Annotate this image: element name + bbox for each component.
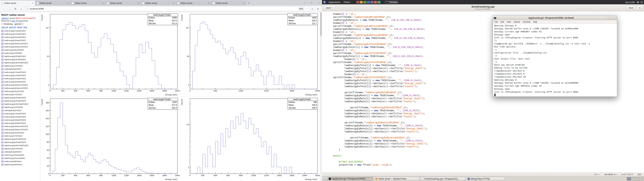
language-selector[interactable]: C++▾ xyxy=(594,173,600,176)
terminal-menu-terminal[interactable]: Terminal xyxy=(523,21,530,23)
tree-item[interactable]: highEnergyXYDSSD1 xyxy=(1,64,40,67)
taskbar-window-button[interactable]: Online server — Mozilla Firefox xyxy=(374,177,419,181)
tree-item[interactable]: highEnergyExEyPadDSSD2 xyxy=(1,102,40,106)
code-line[interactable]: lowEnergyExRate1s[i] = new TH1D(hname, "… xyxy=(333,139,644,142)
plot-pad-1[interactable]: lowEnergyExTotalD...Entries6068Mean510.0… xyxy=(40,12,180,96)
code-line[interactable]: sprintf(hname,"lowEnergyExRate1sDSSD%d",… xyxy=(333,136,644,139)
tree-item[interactable]: lowEnergyExRateDSSD2 xyxy=(1,77,40,80)
jsroot-link[interactable]: JSROOT xyxy=(1,17,9,19)
overflow-menu-button[interactable]: » xyxy=(310,7,314,11)
tab-close-icon[interactable]: × xyxy=(102,2,104,4)
tree-item[interactable]: lowEnergyChannelADC xyxy=(1,153,40,156)
tree-item[interactable]: lowEnergyEyTotalDSSD2 xyxy=(1,74,40,77)
stats-box[interactable]: lowEnergyEyTotalD...Entries396Mean740.6S… xyxy=(288,98,318,110)
workspace-3[interactable] xyxy=(635,177,639,180)
power-icon[interactable] xyxy=(641,1,643,3)
clock[interactable]: Sat 12:58 xyxy=(625,1,634,4)
tree-item[interactable]: lowEnergyExRate1sDSSD3 xyxy=(1,125,40,128)
tree-item[interactable]: xyMultiplicityDSSD3 xyxy=(1,150,40,153)
tree-item[interactable]: highEnergyEyPadDSSD3 xyxy=(1,140,40,144)
code-line[interactable]: lowEnergyEyRate[i]->GetYaxis()->SetTitle… xyxy=(333,100,644,103)
terminal-menu-help[interactable]: Help xyxy=(533,21,537,23)
places-menu[interactable]: Places xyxy=(342,0,352,4)
window-close-button[interactable]: × xyxy=(315,2,322,4)
save-button[interactable]: Save xyxy=(626,6,636,10)
code-line[interactable]: lowEnergyExRate[i]->GetXaxis()->SetTitle… xyxy=(333,112,644,115)
tree-item[interactable]: highEnergyEyPadDSSD2 xyxy=(1,99,40,102)
code-line[interactable]: sprintf(hname,"lowEnergyEyRate1sDSSD%d",… xyxy=(333,121,644,124)
tree-item[interactable]: lowEnergyExEyDSSD1 xyxy=(1,48,40,52)
browser-tab[interactable]: Online server× xyxy=(176,1,211,6)
tree-item[interactable]: lowEnergyExTotalDSSD1 xyxy=(1,29,40,32)
tab-close-icon[interactable]: × xyxy=(243,2,245,4)
tree-item[interactable]: highEnergyXYDSSD3 xyxy=(1,147,40,150)
workspace-4[interactable] xyxy=(639,177,643,180)
terminal-titlebar[interactable]: npg@carme-gsi:~/Programs/CARME_Sort/buil… xyxy=(493,16,617,20)
scrollbar-thumb[interactable] xyxy=(320,12,322,36)
tree-action-clear[interactable]: clear xyxy=(23,26,27,28)
app-launcher-icon[interactable] xyxy=(370,1,373,3)
tab-close-icon[interactable]: × xyxy=(67,2,69,4)
tree-item[interactable]: highEnergyExPadDSSD3 xyxy=(1,138,40,140)
tree-item[interactable]: lowEnergyEyRateDSSD3 xyxy=(1,122,40,125)
tree-item[interactable]: xyMultiplicityDSSD2 xyxy=(1,109,40,112)
terminal-menu-search[interactable]: Search xyxy=(514,21,520,23)
menu-button[interactable]: ≡ xyxy=(637,6,642,10)
app-launcher-icon[interactable] xyxy=(367,1,370,3)
browser-scrollbar[interactable] xyxy=(320,12,322,181)
xml-link[interactable]: xml xyxy=(19,20,22,22)
taskbar-window-button[interactable]: [Merge/Tape HTTPd] xyxy=(466,177,505,181)
code-line[interactable]: lowEnergyEyRate1s[i]->GetYaxis()->SetTit… xyxy=(333,130,644,133)
forward-button[interactable]: → xyxy=(8,7,12,11)
code-line[interactable] xyxy=(333,103,644,106)
back-button[interactable]: ← xyxy=(2,7,6,11)
tree-item[interactable]: lowEnergyExRateDSSD3 xyxy=(1,118,40,122)
browser-tab[interactable]: Online server× xyxy=(211,1,246,6)
terminal-menu-view[interactable]: View xyxy=(507,21,511,23)
tab-width-selector[interactable]: Tab Width: 8▾ xyxy=(604,173,617,176)
tree-item[interactable]: lowEnergyEyRateDSSD2 xyxy=(1,80,40,83)
tree-item[interactable]: lowEnergyHitPattern xyxy=(1,160,40,163)
tree-item[interactable]: highEnergyExPadDSSD1 xyxy=(1,55,40,58)
tree-action-reload[interactable]: reload xyxy=(17,26,22,28)
volume-icon[interactable] xyxy=(636,1,639,3)
tree-item[interactable]: highEnergyHitPattern xyxy=(1,163,40,166)
new-tab-button[interactable]: + xyxy=(246,1,251,6)
code-line[interactable] xyxy=(333,133,644,136)
panel-window-button[interactable]: Terminal xyxy=(384,0,399,4)
show-desktop-button[interactable] xyxy=(323,177,327,181)
code-line[interactable]: lowEnergyEyRate1s[i]->GetXaxis()->SetTit… xyxy=(333,127,644,130)
home-button[interactable]: ⌂ xyxy=(19,7,24,11)
code-line[interactable]: lowEnergyExRate[i] = new TH1D(hname, "",… xyxy=(333,109,644,112)
plot-pad-2[interactable]: lowEnergyEyTotalD...Entries6835Mean325.9… xyxy=(180,12,320,96)
taskbar-window-button[interactable]: EventClustering.cpp (~/Programs/CA... xyxy=(420,177,466,181)
plot-pad-3[interactable]: lowEnergyExTotalD...Entries2425Mean477.9… xyxy=(40,96,180,181)
code-line[interactable]: lowEnergyEyRate[i]->GetXaxis()->SetTitle… xyxy=(333,97,644,100)
tree-item[interactable]: lowEnergyExEyDSSD2 xyxy=(1,90,40,93)
tree-item[interactable]: xyMultiplicityDSSD1 xyxy=(1,67,40,70)
tree-item[interactable]: lowEnergyExTotalDSSD2 xyxy=(1,70,40,74)
code-line[interactable]: #ifdef OLD_OUTPUT xyxy=(333,160,644,163)
taskbar-window-button[interactable]: npg@carme-gsi:~/Programs/CARME... xyxy=(327,177,373,181)
tab-close-icon[interactable]: × xyxy=(172,2,174,4)
tree-action-open-all[interactable]: open all xyxy=(1,26,8,28)
tree-item[interactable]: lowEnergyEyRate1sDSSD1 xyxy=(1,45,40,48)
terminal-output[interactable]: Opening dataspy 0dataSpy Shared buffer a… xyxy=(493,24,617,96)
tree-item[interactable]: highEnergyEyPadDSSD1 xyxy=(1,58,40,61)
zoom-level-badge[interactable]: 90% xyxy=(298,7,304,10)
tree-item[interactable]: lowEnergyEyTotalDSSD1 xyxy=(1,32,40,36)
tree-item[interactable]: lowEnergyXYDSSD3 xyxy=(1,134,40,138)
json-link[interactable]: json xyxy=(12,20,15,22)
terminal-maximize-button[interactable]: □ xyxy=(610,16,612,19)
browser-tab[interactable]: Online server× xyxy=(70,1,106,6)
tree-item[interactable]: lowEnergyExEyDSSD3 xyxy=(1,131,40,134)
tree-item[interactable]: lowEnergyExRateDSSD1 xyxy=(1,36,40,39)
browser-tab[interactable]: Online server× xyxy=(106,1,141,6)
url-bar[interactable]: i localhost:8085 90% ☆ xyxy=(24,6,309,11)
reload-button[interactable]: ↻ xyxy=(13,7,18,11)
tree-action-close-all[interactable]: close all xyxy=(9,26,16,28)
app-launcher-icon[interactable] xyxy=(378,1,380,3)
layout-select[interactable]: grid 2x2▾ xyxy=(14,22,24,25)
workspace-1[interactable] xyxy=(627,177,631,180)
code-line[interactable]: } xyxy=(333,148,644,151)
